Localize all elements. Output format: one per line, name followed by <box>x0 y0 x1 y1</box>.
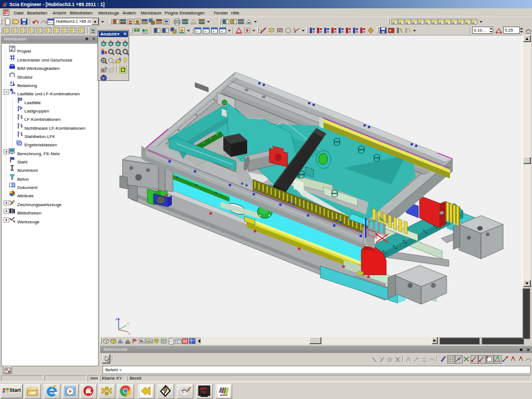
svg-text:ABC: ABC <box>140 340 146 343</box>
svg-text:Z: Z <box>115 318 117 321</box>
svg-text:G: G <box>389 358 391 361</box>
svg-text:x: x <box>129 332 130 335</box>
svg-text:ABC: ABC <box>147 340 153 343</box>
svg-text:Y: Y <box>127 322 129 325</box>
svg-text:TV: TV <box>201 391 206 394</box>
